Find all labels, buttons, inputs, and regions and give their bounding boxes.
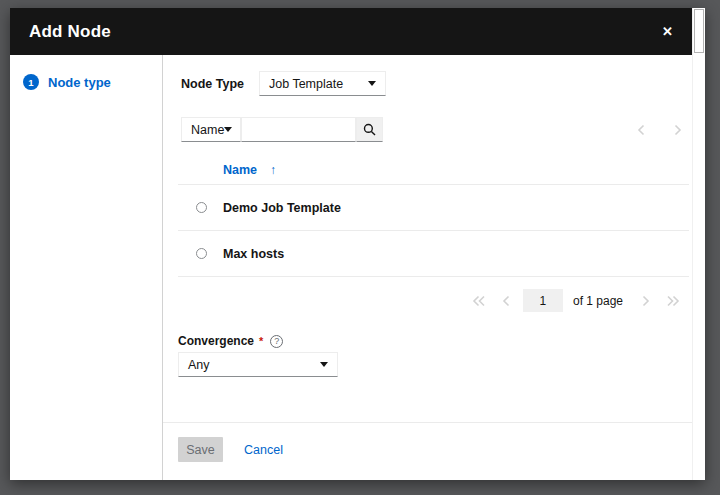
table-row[interactable]: Demo Job Template: [178, 185, 689, 231]
search-input[interactable]: [241, 117, 356, 142]
next-page-button[interactable]: [641, 295, 650, 307]
required-asterisk: *: [259, 335, 263, 347]
chevron-left-icon: [637, 124, 646, 136]
double-chevron-left-icon: [472, 295, 486, 307]
table-row[interactable]: Max hosts: [178, 231, 689, 277]
convergence-selected-value: Any: [188, 358, 210, 372]
add-node-modal: Add Node ✕ 1 Node type Node Type Job Tem…: [10, 8, 705, 480]
caret-down-icon: [368, 81, 376, 86]
node-type-label: Node Type: [181, 77, 244, 91]
node-type-row: Node Type Job Template: [181, 71, 386, 96]
convergence-label: Convergence: [178, 334, 254, 348]
double-chevron-right-icon: [666, 295, 680, 307]
prev-page-button[interactable]: [637, 124, 646, 136]
scrollbar-thumb[interactable]: [694, 9, 704, 53]
row-name: Max hosts: [223, 247, 284, 261]
current-page-input[interactable]: [523, 289, 563, 312]
wizard-content: Node Type Job Template Name: [163, 55, 692, 480]
bottom-pagination: of 1 page: [472, 288, 680, 313]
table-header: Name ↑: [178, 155, 689, 185]
sort-ascending-icon[interactable]: ↑: [270, 163, 276, 177]
row-name: Demo Job Template: [223, 201, 341, 215]
close-icon[interactable]: ✕: [662, 25, 673, 38]
modal-footer: Save Cancel: [178, 437, 283, 462]
toolbar-pagination: [637, 117, 682, 142]
chevron-right-icon: [641, 295, 650, 307]
caret-down-icon: [320, 362, 328, 367]
search-button[interactable]: [356, 117, 383, 142]
search-icon: [363, 123, 376, 136]
footer-divider: [163, 422, 692, 423]
column-header-name[interactable]: Name: [223, 163, 257, 177]
wizard-nav: 1 Node type: [10, 55, 163, 480]
chevron-left-icon: [502, 295, 511, 307]
wizard-step-node-type[interactable]: 1 Node type: [23, 74, 162, 90]
modal-title: Add Node: [29, 22, 111, 42]
radio-button[interactable]: [196, 248, 207, 259]
caret-down-icon: [224, 127, 232, 132]
node-type-selected-value: Job Template: [269, 77, 343, 91]
node-type-select[interactable]: Job Template: [259, 71, 386, 96]
convergence-field: Convergence * ?: [178, 334, 283, 348]
filter-key-select[interactable]: Name: [181, 117, 241, 142]
help-icon[interactable]: ?: [270, 335, 283, 348]
step-number-badge: 1: [23, 74, 39, 90]
next-page-button[interactable]: [673, 124, 682, 136]
cancel-button[interactable]: Cancel: [244, 443, 283, 457]
chevron-right-icon: [673, 124, 682, 136]
convergence-select[interactable]: Any: [178, 352, 338, 377]
scrollbar-track[interactable]: [692, 8, 705, 480]
filter-key-value: Name: [191, 123, 224, 137]
last-page-button[interactable]: [666, 295, 680, 307]
modal-header: Add Node ✕: [10, 8, 692, 55]
prev-page-button[interactable]: [502, 295, 511, 307]
save-button[interactable]: Save: [178, 437, 223, 462]
page-count-label: of 1 page: [573, 294, 623, 308]
radio-button[interactable]: [196, 202, 207, 213]
search-toolbar: Name: [181, 117, 383, 142]
first-page-button[interactable]: [472, 295, 486, 307]
step-label: Node type: [48, 75, 111, 90]
